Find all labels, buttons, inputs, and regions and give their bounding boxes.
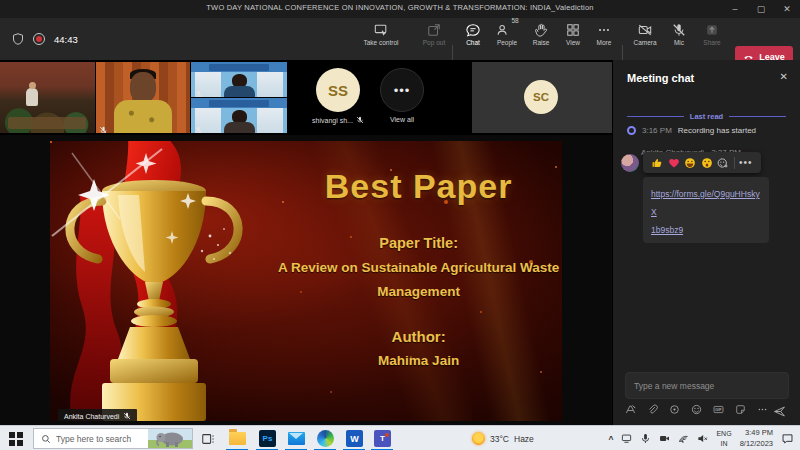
title-bar: TWO DAY NATIONAL CONFERENCE ON INNOVATIO… bbox=[0, 0, 800, 18]
presenter-name-badge: Ankita Chaturvedi bbox=[58, 409, 137, 421]
mic-off-icon bbox=[99, 121, 108, 130]
sticker-icon[interactable] bbox=[735, 404, 746, 415]
recording-indicator-icon bbox=[33, 33, 45, 45]
camera-tray-icon[interactable] bbox=[659, 433, 670, 444]
file-explorer-button[interactable] bbox=[228, 429, 247, 448]
volume-muted-tray-icon[interactable] bbox=[697, 433, 708, 444]
weather-widget[interactable]: 33°C Haze bbox=[472, 426, 534, 450]
laugh-emoji-icon[interactable] bbox=[684, 157, 696, 169]
send-button[interactable] bbox=[773, 404, 786, 422]
event-time: 3:16 PM bbox=[642, 126, 672, 135]
video-thumbnail-speaker[interactable] bbox=[96, 62, 190, 133]
format-icon[interactable] bbox=[625, 404, 636, 415]
meeting-timer: 44:43 bbox=[54, 34, 78, 45]
search-highlight-image bbox=[148, 429, 192, 448]
reaction-divider bbox=[734, 157, 735, 169]
tray-date: 8/12/2023 bbox=[740, 439, 773, 448]
mic-off-icon bbox=[194, 121, 203, 130]
author-label: Author: bbox=[275, 328, 562, 345]
compose-more-icon[interactable] bbox=[757, 404, 768, 415]
tray-time: 3:49 PM bbox=[745, 428, 773, 437]
teams-button[interactable]: T bbox=[373, 429, 392, 448]
network-tray-icon[interactable] bbox=[678, 433, 689, 444]
slide-title: Best Paper bbox=[275, 167, 562, 206]
surprised-emoji-icon[interactable] bbox=[701, 157, 713, 169]
word-button[interactable]: W bbox=[345, 429, 364, 448]
room-decoration bbox=[26, 88, 38, 106]
participant-tile-sc[interactable]: SC bbox=[472, 62, 612, 133]
video-strip: SS shivangi sh... ••• View all SC bbox=[0, 60, 612, 135]
camera-off-icon bbox=[638, 23, 652, 37]
presentation-stage: Best Paper Paper Title: A Review on Sust… bbox=[0, 135, 612, 425]
close-icon[interactable]: ✕ bbox=[774, 0, 800, 18]
display-tray-icon[interactable] bbox=[621, 433, 632, 444]
meeting-chat-panel: Meeting chat ✕ Last read 3:16 PM Recordi… bbox=[612, 60, 800, 425]
participant-avatar-sc: SC bbox=[524, 80, 558, 114]
mic-off-icon bbox=[672, 23, 686, 37]
file-explorer-icon bbox=[229, 432, 246, 445]
gif-icon[interactable]: GIF bbox=[713, 404, 724, 415]
teams-meeting-window: TWO DAY NATIONAL CONFERENCE ON INNOVATIO… bbox=[0, 0, 800, 450]
send-icon bbox=[773, 405, 786, 418]
emoji-icon[interactable] bbox=[691, 404, 702, 415]
video-thumbnail-conference-room[interactable] bbox=[0, 62, 95, 133]
recording-event-row: 3:16 PM Recording has started bbox=[627, 126, 756, 135]
photoshop-button[interactable]: Ps bbox=[258, 429, 277, 448]
last-read-divider: Last read bbox=[627, 112, 786, 121]
word-icon: W bbox=[346, 430, 363, 447]
chat-close-icon[interactable]: ✕ bbox=[780, 71, 788, 82]
task-view-button[interactable] bbox=[198, 429, 217, 448]
video-thumbnail-participant-2[interactable] bbox=[191, 98, 287, 133]
take-control-button[interactable]: Take control bbox=[352, 23, 410, 57]
event-text: Recording has started bbox=[678, 126, 756, 135]
photoshop-icon: Ps bbox=[259, 430, 276, 447]
language-indicator[interactable]: ENG IN bbox=[716, 429, 731, 448]
room-decoration bbox=[8, 117, 86, 129]
taskbar-clock[interactable]: 3:49 PM 8/12/2023 bbox=[740, 428, 773, 449]
action-center-icon[interactable] bbox=[781, 432, 794, 445]
elephant-icon bbox=[148, 429, 192, 448]
slide-text-block: Best Paper Paper Title: A Review on Sust… bbox=[275, 141, 562, 421]
attach-icon[interactable] bbox=[647, 404, 658, 415]
search-input[interactable] bbox=[56, 434, 142, 444]
chat-icon bbox=[466, 23, 480, 37]
share-icon bbox=[705, 23, 719, 37]
loop-components-icon[interactable] bbox=[669, 404, 680, 415]
compose-box[interactable] bbox=[625, 372, 789, 399]
maximize-icon[interactable]: ▢ bbox=[748, 0, 774, 18]
microphone-tray-icon[interactable] bbox=[640, 433, 651, 444]
view-all-label: View all bbox=[372, 116, 432, 123]
sender-avatar[interactable] bbox=[621, 154, 639, 172]
shared-slide[interactable]: Best Paper Paper Title: A Review on Sust… bbox=[50, 141, 562, 421]
paper-title-line2: Management bbox=[275, 284, 562, 299]
reaction-picker: ••• bbox=[643, 152, 761, 173]
heart-icon[interactable] bbox=[668, 157, 680, 169]
recording-event-icon bbox=[627, 126, 636, 135]
edge-icon bbox=[317, 430, 334, 447]
take-control-icon bbox=[374, 23, 388, 37]
video-thumbnail-participant-1[interactable] bbox=[191, 62, 287, 97]
thumbs-up-icon[interactable] bbox=[651, 157, 663, 169]
mail-button[interactable] bbox=[287, 429, 306, 448]
search-icon bbox=[41, 434, 51, 444]
add-reaction-icon[interactable] bbox=[717, 157, 729, 169]
share-button[interactable]: Share bbox=[688, 23, 736, 57]
edge-button[interactable] bbox=[316, 429, 335, 448]
message-input[interactable] bbox=[626, 373, 788, 398]
start-button[interactable] bbox=[9, 432, 23, 446]
svg-text:GIF: GIF bbox=[715, 408, 722, 412]
people-icon bbox=[496, 23, 510, 37]
participant-avatar-ss[interactable]: SS bbox=[316, 68, 360, 112]
minimize-icon[interactable]: – bbox=[722, 0, 748, 18]
view-all-button[interactable]: ••• bbox=[380, 68, 424, 112]
show-hidden-icons[interactable]: ^ bbox=[608, 434, 613, 444]
participant-name-label: shivangi sh... bbox=[296, 116, 380, 124]
taskbar-search[interactable] bbox=[33, 428, 193, 449]
mic-off-icon bbox=[194, 85, 203, 94]
chat-message-bubble: https://forms.gle/Q9guHHskyX1b9sbz9 bbox=[643, 177, 769, 243]
pop-out-icon bbox=[427, 23, 441, 37]
mic-off-icon bbox=[123, 412, 131, 420]
message-more-options-icon[interactable]: ••• bbox=[739, 158, 753, 168]
message-link[interactable]: https://forms.gle/Q9guHHskyX1b9sbz9 bbox=[651, 189, 760, 235]
view-grid-icon bbox=[566, 23, 580, 37]
